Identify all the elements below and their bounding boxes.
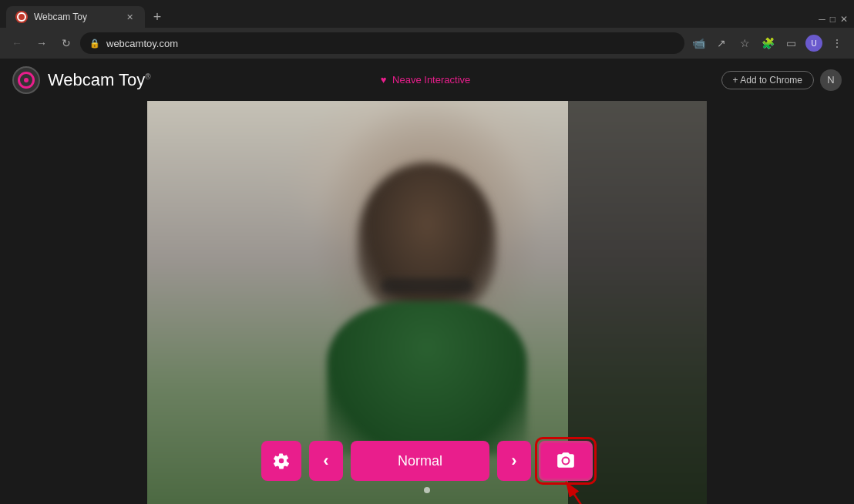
arrow-annotation <box>543 478 589 504</box>
credit-text: Neave Interactive <box>392 74 470 86</box>
back-button[interactable]: ← <box>6 32 28 54</box>
person-body <box>327 301 527 455</box>
header-credit: ♥ Neave Interactive <box>381 74 474 86</box>
settings-button[interactable] <box>261 441 301 481</box>
new-tab-button[interactable]: + <box>146 6 168 28</box>
webcam-view: ‹ Normal › <box>147 101 707 504</box>
next-filter-button[interactable]: › <box>497 441 531 481</box>
sidebar-icon[interactable]: ▭ <box>780 32 802 54</box>
header-right: + Add to Chrome N <box>721 69 842 91</box>
window-close-button[interactable]: ✕ <box>840 14 848 25</box>
filter-name-button[interactable]: Normal <box>351 441 489 481</box>
app-title: Webcam Toy® <box>48 70 151 90</box>
capture-button[interactable] <box>539 441 593 481</box>
menu-icon[interactable]: ⋮ <box>826 32 848 54</box>
profile-icon[interactable]: U <box>803 32 825 54</box>
arrow-svg <box>543 478 589 504</box>
nav-actions: 📹 ↗ ☆ 🧩 ▭ U ⋮ <box>688 32 848 54</box>
tab-close-button[interactable]: ✕ <box>123 11 136 23</box>
tab-bar: Webcam Toy ✕ + ─ □ ✕ <box>0 0 854 28</box>
gear-icon <box>273 452 290 469</box>
tab-title: Webcam Toy <box>34 12 117 22</box>
camera-icon <box>556 451 576 471</box>
prev-filter-button[interactable]: ‹ <box>309 441 343 481</box>
window-minimize-button[interactable]: ─ <box>819 14 825 25</box>
app-header: Webcam Toy® ♥ Neave Interactive + Add to… <box>0 59 854 101</box>
url-text: webcamtoy.com <box>106 38 178 49</box>
person-head <box>358 163 496 317</box>
nav-bar: ← → ↻ 🔒 webcamtoy.com 📹 ↗ ☆ 🧩 ▭ U ⋮ <box>0 28 854 59</box>
heart-icon: ♥ <box>381 74 387 86</box>
svg-line-1 <box>566 482 581 504</box>
active-tab[interactable]: Webcam Toy ✕ <box>6 6 145 28</box>
page-dot-indicator <box>424 487 430 493</box>
chevron-left-icon: ‹ <box>323 451 328 471</box>
video-icon[interactable]: 📹 <box>688 32 709 54</box>
chevron-right-icon: › <box>511 451 516 471</box>
filter-name-text: Normal <box>398 453 442 469</box>
controls-bar: ‹ Normal › <box>261 441 593 481</box>
address-bar[interactable]: 🔒 webcamtoy.com <box>80 32 684 54</box>
app-logo: Webcam Toy® <box>12 66 151 94</box>
forward-button[interactable]: → <box>31 32 52 54</box>
person-glasses <box>381 278 473 294</box>
add-to-chrome-button[interactable]: + Add to Chrome <box>721 71 814 89</box>
app-logo-icon <box>12 66 40 94</box>
refresh-button[interactable]: ↻ <box>55 32 77 54</box>
main-content: ‹ Normal › <box>0 101 854 504</box>
camera-button-wrapper <box>539 441 593 481</box>
tab-favicon <box>15 11 28 23</box>
browser-window: Webcam Toy ✕ + ─ □ ✕ ← → ↻ 🔒 webcamtoy.c… <box>0 0 854 504</box>
neave-icon-button[interactable]: N <box>820 69 842 91</box>
extensions-icon[interactable]: 🧩 <box>757 32 778 54</box>
window-maximize-button[interactable]: □ <box>830 14 836 25</box>
share-icon[interactable]: ↗ <box>711 32 732 54</box>
lock-icon: 🔒 <box>89 39 100 49</box>
star-icon[interactable]: ☆ <box>734 32 755 54</box>
